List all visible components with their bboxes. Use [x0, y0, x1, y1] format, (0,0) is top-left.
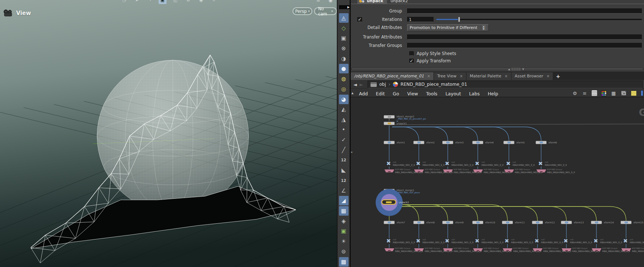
- node-rop-output[interactable]: [533, 248, 543, 251]
- pane-splitter[interactable]: ▲ ░░░░ ▼: [351, 68, 644, 72]
- node-rop-output[interactable]: [384, 169, 394, 172]
- close-icon[interactable]: ×: [547, 74, 550, 78]
- parameter-node-tab[interactable]: unpack: [357, 0, 387, 4]
- path-field[interactable]: obj › REND_RBD_piece_matome_01: [368, 81, 643, 88]
- point-trails-icon[interactable]: ╱: [339, 145, 349, 155]
- transfer-groups-input[interactable]: [407, 43, 642, 48]
- tab-tree-view[interactable]: Tree View×: [434, 72, 466, 80]
- node-rop-output[interactable]: [504, 169, 514, 172]
- prim-numbers-icon[interactable]: 12: [339, 176, 349, 185]
- lock-camera-icon[interactable]: ▣: [339, 33, 349, 43]
- projection-persp-button[interactable]: Persp▾: [293, 7, 312, 15]
- menu-tools[interactable]: Tools: [422, 91, 442, 96]
- node-rop-output[interactable]: [443, 248, 453, 251]
- camera-select-button[interactable]: No cam▾: [314, 7, 337, 15]
- display-options-icon[interactable]: ✳: [210, 0, 218, 4]
- menu-help[interactable]: Help: [484, 91, 502, 96]
- menu-go[interactable]: Go: [389, 91, 403, 96]
- profile-curves-icon[interactable]: ∠: [339, 186, 349, 195]
- apply-style-sheets-checkbox[interactable]: ✓: [409, 51, 414, 56]
- color-palette-icon[interactable]: [601, 91, 607, 96]
- back-arrow-icon[interactable]: ◄: [353, 82, 357, 87]
- menu-add[interactable]: Add: [355, 91, 372, 96]
- node-rop-output[interactable]: [473, 248, 483, 251]
- partial-edge-icon[interactable]: [641, 90, 643, 96]
- toolbar-expand-strip[interactable]: ▶: [339, 5, 350, 9]
- point-numbers-icon[interactable]: 12: [339, 156, 349, 165]
- close-icon[interactable]: ×: [427, 74, 430, 78]
- node-unpack2-selected[interactable]: [381, 200, 396, 205]
- iterations-slider-handle[interactable]: [458, 17, 460, 22]
- node-null-shape[interactable]: ✖: [506, 161, 511, 166]
- tab-asset-browser[interactable]: Asset Browser×: [511, 72, 554, 80]
- apply-transform-checkbox[interactable]: ✓: [409, 59, 414, 63]
- pane-layout-icon[interactable]: ≡: [316, 0, 320, 4]
- node-rop-output[interactable]: [503, 248, 513, 251]
- group-frame-icon[interactable]: ▣: [339, 226, 349, 236]
- points-display-icon[interactable]: •: [339, 125, 349, 135]
- materials-sphere-icon[interactable]: ◕: [339, 95, 349, 104]
- node-rop-output[interactable]: [443, 169, 453, 172]
- menu-view[interactable]: View: [403, 91, 422, 96]
- node-rop-output[interactable]: [562, 248, 572, 251]
- group-input[interactable]: [407, 8, 642, 14]
- node-object_merge2[interactable]: [384, 115, 395, 118]
- node-null-shape[interactable]: ✖: [475, 161, 480, 166]
- node-null-shape[interactable]: ✖: [445, 161, 450, 166]
- detail-attributes-dropdown[interactable]: Promotion to Primitive if Different ▲▼: [407, 24, 489, 31]
- network-editor[interactable]: xform1✖nullRBDmRBD_N01_0_0ROP RBD Output…: [351, 97, 644, 267]
- node-null-shape[interactable]: ✖: [623, 238, 628, 244]
- shaded-prims-icon[interactable]: ◢: [339, 196, 349, 205]
- shaded-wireframe-icon[interactable]: ◬: [339, 13, 349, 23]
- node-null-shape[interactable]: ✖: [445, 238, 450, 244]
- node-null-shape[interactable]: ✖: [593, 238, 598, 244]
- camera-tool-icon[interactable]: ▣: [159, 0, 167, 4]
- node-null-shape[interactable]: ✖: [475, 238, 480, 244]
- snapshot-icon[interactable]: ◇: [339, 23, 349, 33]
- new-tab-button[interactable]: +: [553, 72, 563, 80]
- node-null-shape[interactable]: ✖: [416, 238, 421, 244]
- point-normals-icon[interactable]: ✓: [339, 135, 349, 145]
- transfer-attributes-input[interactable]: [407, 34, 642, 40]
- pane-layout-icon[interactable]: [621, 90, 627, 96]
- show-geometry-icon[interactable]: ◭: [339, 105, 349, 114]
- node-rop-output[interactable]: [592, 248, 602, 251]
- node-null-shape[interactable]: ✖: [505, 238, 509, 244]
- node-rop-output[interactable]: [536, 169, 546, 172]
- sticky-note-icon[interactable]: [631, 91, 637, 96]
- list-mode-icon[interactable]: [592, 90, 597, 96]
- node-null-shape[interactable]: ✖: [563, 238, 568, 244]
- node-null-shape[interactable]: ✖: [535, 238, 539, 244]
- shadows-light-icon[interactable]: ◎: [339, 84, 349, 94]
- show-display-geo-icon[interactable]: ◮: [339, 115, 349, 124]
- node-rop-output[interactable]: [414, 248, 424, 251]
- splitter-grip[interactable]: ▲ ░░░░ ▼: [508, 68, 525, 71]
- node-rop-output[interactable]: [414, 169, 424, 172]
- uv-checker-icon[interactable]: ▦: [339, 206, 349, 216]
- view-tool-icon[interactable]: ◔: [120, 0, 128, 4]
- select-arrow-icon[interactable]: ➤: [133, 0, 141, 4]
- node-rop-output[interactable]: [384, 248, 394, 251]
- node-unpack1[interactable]: [384, 122, 395, 125]
- close-icon[interactable]: ×: [460, 74, 463, 78]
- help-circle-icon[interactable]: ◉: [328, 0, 332, 4]
- tree-controls-icon[interactable]: ≡: [582, 90, 588, 96]
- display-particles-icon[interactable]: ◈: [339, 216, 349, 226]
- menu-labs[interactable]: Labs: [465, 91, 484, 96]
- forward-arrow-icon[interactable]: ►: [360, 82, 363, 87]
- node-null-shape[interactable]: ✖: [386, 238, 391, 244]
- node-null-shape[interactable]: ✖: [386, 161, 391, 166]
- node-null-shape[interactable]: ✖: [538, 161, 543, 166]
- tab--obj-rend-rbd-piece-matome-01[interactable]: /obj/REND_RBD_piece_matome_01×: [351, 72, 434, 80]
- node-null-shape[interactable]: ✖: [416, 161, 421, 166]
- menu-layout[interactable]: Layout: [442, 91, 465, 96]
- circle-handle-icon[interactable]: ⊜: [339, 247, 349, 256]
- iterations-slider[interactable]: [436, 19, 642, 20]
- node-rop-output[interactable]: [621, 248, 631, 251]
- pan-tool-icon[interactable]: ↷: [146, 0, 154, 4]
- node-name-field[interactable]: unpack2: [391, 0, 408, 4]
- prim-normals-icon[interactable]: ◣: [339, 165, 349, 175]
- menu-edit[interactable]: Edit: [372, 91, 389, 96]
- tab-material-palette[interactable]: Material Palette×: [466, 72, 511, 80]
- normal-lighting-icon[interactable]: ●: [339, 64, 349, 73]
